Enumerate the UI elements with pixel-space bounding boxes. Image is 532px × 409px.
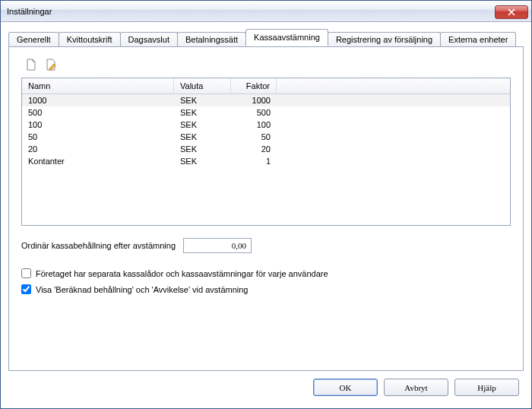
cell-name: 500: [22, 106, 174, 119]
tabstrip: Generellt Kvittoutskrift Dagsavslut Beta…: [8, 28, 524, 46]
cell-factor: 1: [231, 155, 277, 167]
tab-label: Dagsavslut: [128, 35, 169, 44]
table-row[interactable]: 50SEK50: [22, 131, 510, 143]
separate-checkbox[interactable]: [21, 268, 31, 278]
edit-document-icon: [45, 59, 57, 71]
tab-registrering[interactable]: Registrering av försäljning: [328, 32, 441, 47]
close-icon: [508, 8, 515, 16]
client-area: Generellt Kvittoutskrift Dagsavslut Beta…: [1, 22, 531, 408]
cell-factor: 100: [231, 119, 277, 131]
separate-checkbox-row: Företaget har separata kassalådor och ka…: [21, 268, 511, 278]
new-button[interactable]: [24, 58, 38, 71]
tab-kvittoutskrift[interactable]: Kvittoutskrift: [59, 32, 121, 47]
dialog-footer: OK Avbryt Hjälp: [8, 371, 524, 401]
showcalc-checkbox[interactable]: [21, 284, 31, 294]
cell-currency: SEK: [174, 94, 231, 106]
table-row[interactable]: 100SEK100: [22, 119, 510, 131]
cell-currency: SEK: [174, 131, 231, 143]
tab-generellt[interactable]: Generellt: [8, 32, 59, 47]
tab-label: Registrering av försäljning: [336, 35, 432, 44]
cell-name: 20: [22, 143, 174, 155]
cell-currency: SEK: [174, 155, 231, 167]
denominations-grid: Namn Valuta Faktor 1000SEK1000500SEK5001…: [21, 78, 511, 226]
showcalc-checkbox-row: Visa 'Beräknad behållning' och 'Avvikels…: [21, 284, 511, 294]
tab-label: Generellt: [17, 35, 51, 44]
close-button[interactable]: [495, 5, 528, 19]
new-document-icon: [25, 59, 37, 71]
grid-body: 1000SEK1000500SEK500100SEK10050SEK5020SE…: [22, 94, 510, 167]
tab-label: Kvittoutskrift: [67, 35, 112, 44]
tab-kassaavstamning[interactable]: Kassaavstämning: [245, 29, 328, 46]
table-row[interactable]: 20SEK20: [22, 143, 510, 155]
toolbar: [21, 56, 511, 78]
tab-externa-enheter[interactable]: Externa enheter: [440, 32, 516, 47]
showcalc-label[interactable]: Visa 'Beräknad behållning' och 'Avvikels…: [36, 285, 249, 294]
col-header-currency[interactable]: Valuta: [174, 78, 231, 94]
cell-factor: 50: [231, 131, 277, 143]
cell-name: 100: [22, 119, 174, 131]
grid-header: Namn Valuta Faktor: [22, 78, 510, 94]
cell-name: Kontanter: [22, 155, 174, 167]
cell-factor: 20: [231, 143, 277, 155]
tab-pane: Namn Valuta Faktor 1000SEK1000500SEK5001…: [8, 46, 524, 371]
separate-label[interactable]: Företaget har separata kassalådor och ka…: [36, 269, 328, 278]
cell-currency: SEK: [174, 106, 231, 119]
edit-button[interactable]: [44, 58, 58, 71]
col-header-name[interactable]: Namn: [22, 78, 174, 94]
titlebar: Inställningar: [1, 1, 531, 22]
col-header-factor[interactable]: Faktor: [231, 78, 277, 94]
tab-label: Betalningssätt: [185, 35, 238, 44]
ordinary-label: Ordinär kassabehållning efter avstämning: [21, 241, 176, 250]
table-row[interactable]: 1000SEK1000: [22, 94, 510, 106]
tab-dagsavslut[interactable]: Dagsavslut: [120, 32, 178, 47]
tab-label: Kassaavstämning: [254, 33, 320, 42]
table-row[interactable]: KontanterSEK1: [22, 155, 510, 167]
help-button[interactable]: Hjälp: [454, 379, 519, 396]
ordinary-row: Ordinär kassabehållning efter avstämning: [21, 238, 511, 253]
cell-factor: 1000: [231, 94, 277, 106]
tab-label: Externa enheter: [448, 35, 508, 44]
settings-dialog: Inställningar Generellt Kvittoutskrift D…: [0, 0, 532, 409]
ok-button[interactable]: OK: [313, 379, 378, 396]
tab-betalningssatt[interactable]: Betalningssätt: [177, 32, 246, 47]
cell-currency: SEK: [174, 119, 231, 131]
cancel-button[interactable]: Avbryt: [384, 379, 448, 396]
table-row[interactable]: 500SEK500: [22, 106, 510, 119]
cell-name: 50: [22, 131, 174, 143]
window-title: Inställningar: [7, 7, 52, 16]
ordinary-input[interactable]: [183, 238, 252, 253]
cell-currency: SEK: [174, 143, 231, 155]
cell-name: 1000: [22, 94, 174, 106]
cell-factor: 500: [231, 106, 277, 119]
